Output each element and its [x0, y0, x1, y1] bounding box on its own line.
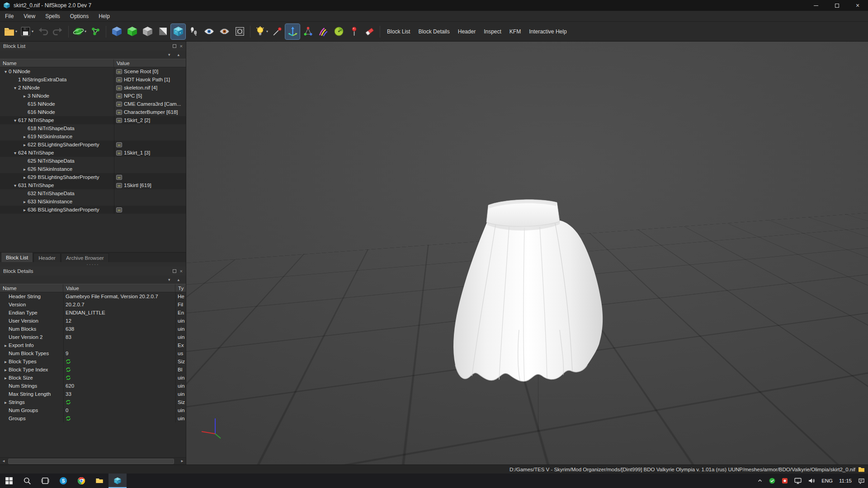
block-details-row[interactable]: Version20.2.0.7Fil	[0, 300, 186, 309]
block-list-row[interactable]: ▾0 NiNodetxtScene Root [0]	[0, 67, 186, 75]
tree-expander-icon[interactable]: ▸	[22, 167, 28, 172]
skirt-mesh[interactable]	[451, 194, 605, 389]
lighting-icon[interactable]: ▾	[254, 24, 269, 39]
maximize-button[interactable]	[826, 0, 847, 11]
flat-cube-icon[interactable]	[140, 24, 155, 39]
block-details-row[interactable]: ▸Block Type IndexBl	[0, 366, 186, 374]
time-dial-icon[interactable]	[331, 24, 346, 39]
close-panel-icon[interactable]: ×	[180, 43, 183, 49]
animation-footsteps-icon[interactable]	[186, 24, 201, 39]
taskbar-search-icon[interactable]	[18, 474, 36, 488]
menu-view[interactable]: View	[19, 11, 40, 21]
dropdown-arrow-icon[interactable]: ▾	[32, 29, 33, 33]
block-details-row[interactable]: Groupsuin	[0, 414, 186, 422]
show-nodes-icon[interactable]	[88, 24, 103, 39]
block-details-row[interactable]: Num Groups0uin	[0, 406, 186, 414]
start-button[interactable]	[0, 474, 18, 488]
block-list-row[interactable]: ▸3 NiNodetxtNPC [5]	[0, 92, 186, 100]
block-details-row[interactable]: ▸Export InfoEx	[0, 341, 186, 349]
antivirus-tray-icon[interactable]	[766, 474, 778, 488]
scrollbar-track[interactable]	[7, 458, 179, 465]
tree-expander-icon[interactable]: ▸	[22, 94, 28, 99]
dock-tab-archive-browser[interactable]: Archive Browser	[61, 253, 109, 262]
save-file-icon[interactable]: ▾	[19, 24, 34, 39]
viewport-3d[interactable]	[186, 42, 868, 465]
block-details-row[interactable]: ▸StringsSiz	[0, 398, 186, 406]
block-details-row[interactable]: User Version 283uin	[0, 333, 186, 341]
column-header-value[interactable]: Value	[63, 284, 175, 292]
dropdown-arrow-icon[interactable]: ▾	[85, 29, 86, 33]
screenshot-icon[interactable]	[232, 24, 247, 39]
block-details-row[interactable]: ▸Block Sizeuin	[0, 374, 186, 382]
column-header-value[interactable]: Value	[114, 59, 186, 67]
chrome-icon[interactable]	[72, 474, 90, 488]
block-details-row[interactable]: Header StringGamebryo File Format, Versi…	[0, 292, 186, 300]
clock[interactable]: 11:15	[836, 474, 855, 488]
block-list-row[interactable]: 616 NiNodetxtCharacterBumper [618]	[0, 108, 186, 116]
tree-expander-icon[interactable]: ▸	[3, 375, 9, 380]
block-list-row[interactable]: ▸636 BSLightingShaderPropertytxt	[0, 206, 186, 214]
menu-spells[interactable]: Spells	[40, 11, 65, 21]
language-indicator[interactable]: ENG	[818, 474, 836, 488]
block-list-row[interactable]: ▾2 NiNodetxtskeleton.nif [4]	[0, 84, 186, 92]
tree-expander-icon[interactable]: ▸	[22, 175, 28, 180]
dock-tab-header[interactable]: Header	[33, 253, 61, 262]
block-details-row[interactable]: Num Strings620uin	[0, 382, 186, 390]
horizontal-scrollbar[interactable]: ◄ ►	[0, 457, 186, 465]
block-list-row[interactable]: 632 NiTriShapeData	[0, 189, 186, 197]
float-panel-icon[interactable]	[173, 269, 176, 273]
menu-help[interactable]: Help	[94, 11, 115, 21]
block-details-row[interactable]: User Version12uin	[0, 317, 186, 325]
block-list-row[interactable]: ▸619 NiSkinInstance	[0, 132, 186, 141]
block-details-row[interactable]: Num Block Types9us	[0, 349, 186, 357]
action-center-icon[interactable]	[855, 474, 868, 488]
erase-icon[interactable]	[362, 24, 377, 39]
tray-app-red-icon[interactable]	[778, 474, 791, 488]
menu-file[interactable]: File	[0, 11, 19, 21]
tree-expander-icon[interactable]: ▾	[12, 85, 18, 90]
marker-pin-icon[interactable]	[347, 24, 361, 39]
scroll-right-icon[interactable]: ►	[179, 458, 186, 465]
dropdown-arrow-icon[interactable]: ▾	[15, 29, 17, 33]
block-list-row[interactable]: ▾617 NiTriShapetxt1Skirt_2 [2]	[0, 116, 186, 124]
volume-tray-icon[interactable]	[805, 474, 818, 488]
block-details-row[interactable]: Endian TypeENDIAN_LITTLEEn	[0, 309, 186, 317]
collapse-all-icon[interactable]: ▴	[177, 52, 179, 57]
show-hidden-eye-icon[interactable]	[202, 24, 216, 39]
nifskope-taskbar-icon[interactable]	[108, 474, 127, 488]
close-panel-icon[interactable]: ×	[180, 268, 183, 274]
tree-expander-icon[interactable]: ▾	[12, 150, 18, 155]
display-tray-icon[interactable]	[791, 474, 805, 488]
block-details-row[interactable]: Num Blocks638uin	[0, 325, 186, 333]
dropdown-arrow-icon[interactable]: ▾	[266, 29, 268, 33]
select-vertex-icon[interactable]	[270, 24, 284, 39]
redo-icon[interactable]	[51, 24, 65, 39]
minimize-button[interactable]	[806, 0, 826, 11]
block-details-row[interactable]: Max String Length33uin	[0, 390, 186, 398]
task-view-icon[interactable]	[36, 474, 54, 488]
block-list-row[interactable]: ▸633 NiSkinInstance	[0, 197, 186, 206]
textured-cube-icon[interactable]	[171, 24, 185, 39]
block-details-row[interactable]: ▸Block TypesSiz	[0, 357, 186, 366]
file-explorer-icon[interactable]	[90, 474, 108, 488]
tree-expander-icon[interactable]: ▸	[3, 359, 9, 364]
toolbar-button-block-list[interactable]: Block List	[383, 25, 414, 38]
tree-expander-icon[interactable]: ▸	[3, 343, 9, 348]
tree-expander-icon[interactable]: ▸	[3, 367, 9, 372]
undo-icon[interactable]	[35, 24, 50, 39]
tree-expander-icon[interactable]: ▾	[12, 183, 18, 188]
dock-tab-block-list[interactable]: Block List	[1, 252, 33, 262]
block-list-row[interactable]: ▾624 NiTriShapetxt1Skirt_1 [3]	[0, 149, 186, 157]
column-header-name[interactable]: Name	[0, 284, 63, 292]
block-list-row[interactable]: ▸629 BSLightingShaderPropertytxt	[0, 173, 186, 181]
block-list-row[interactable]: 618 NiTriShapeData	[0, 124, 186, 132]
tree-expander-icon[interactable]: ▾	[3, 69, 9, 74]
toolbar-button-inspect[interactable]: Inspect	[480, 25, 505, 38]
solid-cube-icon[interactable]	[125, 24, 139, 39]
open-file-icon[interactable]: ▾	[3, 24, 18, 39]
toolbar-button-kfm[interactable]: KFM	[505, 25, 525, 38]
paint-mode-icon[interactable]	[316, 24, 330, 39]
scrollbar-thumb[interactable]	[8, 459, 174, 464]
wireframe-cube-icon[interactable]	[109, 24, 124, 39]
toolbar-button-header[interactable]: Header	[454, 25, 480, 38]
